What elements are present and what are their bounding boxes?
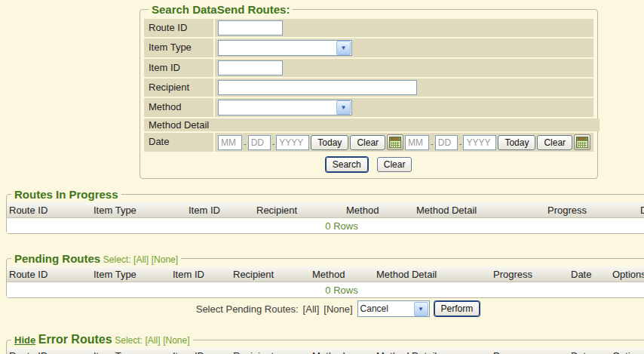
pending-routes-header-row: Route ID Item Type Item ID Recipient Met… (7, 266, 644, 282)
header-route-id: Route ID (7, 205, 94, 216)
header-method: Method (312, 350, 376, 354)
header-item-id: Item ID (173, 269, 233, 280)
error-routes-section: Hide Error Routes Select: [All] [None] R… (6, 333, 644, 354)
header-item-id: Item ID (189, 205, 256, 216)
pending-routes-section: Pending Routes Select: [All] [None] Rout… (6, 252, 644, 298)
header-item-type: Item Type (94, 269, 173, 280)
item-id-row: Item ID (144, 59, 593, 77)
header-progress: Progress (493, 269, 571, 280)
calendar-icon: MAY (576, 137, 588, 148)
pending-action-select-value: Cancel (360, 303, 388, 314)
error-select-label: Select: (115, 335, 143, 346)
date-from-yyyy-input[interactable] (276, 135, 309, 150)
header-progress: Progress (547, 205, 640, 216)
recipient-label: Recipient (144, 78, 213, 97)
item-type-select[interactable]: ▼ (218, 40, 352, 56)
date-row: Date - - Today Clear MAY - - Today Cle (144, 133, 593, 152)
pending-routes-empty-row: 0 Rows (7, 282, 644, 297)
date-from-today-button[interactable]: Today (311, 135, 348, 150)
header-recipient: Recipient (233, 269, 312, 280)
pending-select-none-link[interactable]: [None] (152, 254, 178, 265)
method-select[interactable]: ▼ (218, 100, 352, 115)
date-to-clear-button[interactable]: Clear (537, 135, 572, 150)
date-label: Date (144, 133, 213, 152)
header-route-id: Route ID (7, 350, 94, 354)
date-to-yyyy-input[interactable] (463, 135, 496, 150)
pending-actions-label: Select Pending Routes: (196, 303, 299, 315)
error-select-all-link[interactable]: [All] (146, 335, 161, 346)
item-type-row: Item Type ▼ (144, 38, 593, 57)
header-item-type: Item Type (94, 205, 189, 216)
date-from-calendar-button[interactable]: MAY (387, 134, 403, 150)
header-progress: Progress (493, 350, 571, 354)
date-separator: - (431, 139, 434, 150)
header-options: Options (612, 269, 644, 280)
item-type-label: Item Type (144, 38, 213, 57)
chevron-down-icon: ▼ (336, 41, 351, 55)
error-routes-title: Error Routes (38, 333, 112, 346)
date-to-calendar-button[interactable]: MAY (574, 134, 590, 150)
error-select-none-link[interactable]: [None] (163, 335, 189, 346)
pending-select-label: Select: (103, 254, 131, 265)
hide-error-routes-link[interactable]: Hide (14, 334, 35, 346)
search-form-actions: Search Clear (144, 152, 593, 174)
chevron-down-icon: ▼ (414, 302, 428, 316)
header-route-id: Route ID (7, 269, 94, 280)
header-method: Method (312, 269, 376, 280)
date-to-dd-input[interactable] (435, 135, 458, 150)
date-separator: - (459, 139, 462, 150)
date-separator: - (272, 139, 275, 150)
route-id-label: Route ID (144, 19, 213, 37)
method-row: Method ▼ (144, 98, 593, 117)
error-routes-header-row: Route ID Item Type Item ID Recipient Met… (7, 348, 644, 354)
date-separator: - (244, 139, 247, 150)
date-from-mm-input[interactable] (218, 135, 242, 150)
routes-in-progress-empty-row: 0 Rows (7, 218, 644, 233)
header-item-id: Item ID (173, 350, 233, 354)
header-method-detail: Method Detail (376, 269, 493, 280)
routes-in-progress-title: Routes In Progress (14, 188, 118, 201)
pending-actions-bar: Select Pending Routes: [All] [None] Canc… (0, 299, 644, 319)
routes-in-progress-header-row: Route ID Item Type Item ID Recipient Met… (7, 202, 644, 218)
pending-actions-all-link[interactable]: [All] (303, 303, 320, 315)
calendar-icon: MAY (389, 137, 401, 148)
header-date: Date (640, 205, 644, 216)
pending-action-select[interactable]: Cancel ▼ (357, 300, 430, 317)
date-to-mm-input[interactable] (405, 135, 429, 150)
search-form-title: Search DataSend Routes: (149, 3, 293, 16)
header-options: Options (612, 350, 644, 354)
header-method-detail: Method Detail (416, 205, 547, 216)
item-id-input[interactable] (218, 60, 283, 75)
chevron-down-icon: ▼ (336, 100, 351, 115)
header-date: Date (571, 269, 612, 280)
recipient-input[interactable] (218, 80, 417, 95)
routes-in-progress-section: Routes In Progress Route ID Item Type It… (6, 188, 644, 234)
date-from-clear-button[interactable]: Clear (350, 135, 385, 150)
header-method-detail: Method Detail (376, 350, 493, 354)
header-item-type: Item Type (94, 350, 173, 354)
search-button[interactable]: Search (326, 157, 368, 172)
recipient-row: Recipient (144, 78, 593, 97)
clear-button[interactable]: Clear (377, 157, 412, 172)
method-detail-label: Method Detail (144, 119, 600, 131)
pending-select-all-link[interactable]: [All] (133, 254, 149, 265)
method-label: Method (144, 98, 213, 117)
header-recipient: Recipient (233, 350, 312, 354)
route-id-input[interactable] (218, 20, 283, 35)
search-routes-fieldset: Search DataSend Routes: Route ID Item Ty… (140, 3, 598, 179)
pending-routes-title: Pending Routes (14, 252, 100, 265)
method-detail-row: Method Detail (144, 119, 593, 131)
item-id-label: Item ID (144, 59, 213, 77)
perform-button[interactable]: Perform (434, 301, 480, 316)
pending-actions-none-link[interactable]: [None] (324, 303, 352, 315)
header-method: Method (346, 205, 416, 216)
header-recipient: Recipient (256, 205, 346, 216)
header-date: Date (571, 350, 612, 354)
date-to-today-button[interactable]: Today (498, 135, 535, 150)
route-id-row: Route ID (144, 19, 593, 37)
date-from-dd-input[interactable] (248, 135, 271, 150)
